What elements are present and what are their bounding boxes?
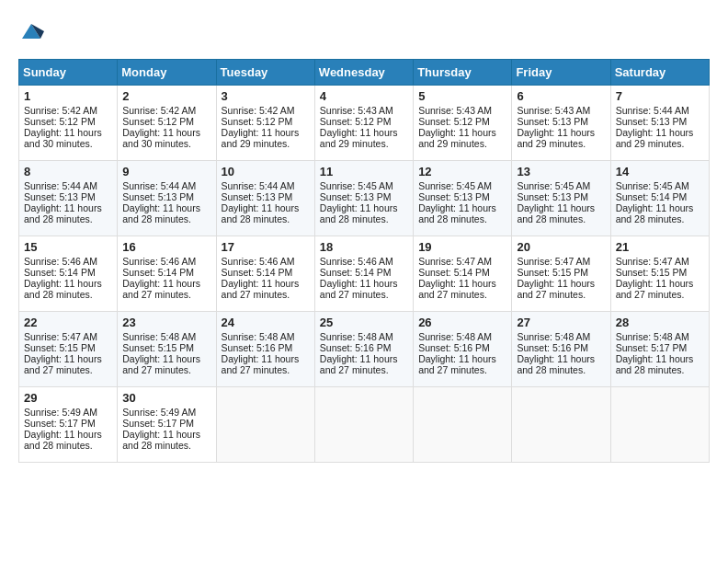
calendar-cell: 19Sunrise: 5:47 AMSunset: 5:14 PMDayligh… <box>414 236 512 312</box>
calendar-cell: 23Sunrise: 5:48 AMSunset: 5:15 PMDayligh… <box>118 312 216 387</box>
sunrise-label: Sunrise: 5:42 AM <box>122 105 196 116</box>
sunset-label: Sunset: 5:14 PM <box>320 267 392 278</box>
sunrise-label: Sunrise: 5:49 AM <box>24 407 97 418</box>
calendar-cell: 11Sunrise: 5:45 AMSunset: 5:13 PMDayligh… <box>314 161 413 236</box>
logo-icon <box>18 18 44 44</box>
page-header <box>18 18 710 44</box>
sunrise-label: Sunrise: 5:43 AM <box>418 105 492 116</box>
sunset-label: Sunset: 5:13 PM <box>320 191 392 202</box>
day-number: 13 <box>517 165 605 178</box>
logo <box>18 18 48 44</box>
sunrise-label: Sunrise: 5:42 AM <box>222 105 295 116</box>
sunrise-label: Sunrise: 5:48 AM <box>320 331 393 342</box>
daylight-label: Daylight: 11 hours and 28 minutes. <box>122 202 200 224</box>
calendar-cell: 12Sunrise: 5:45 AMSunset: 5:13 PMDayligh… <box>414 161 512 236</box>
daylight-label: Daylight: 11 hours and 28 minutes. <box>24 429 102 451</box>
day-number: 12 <box>418 165 506 178</box>
calendar-cell: 18Sunrise: 5:46 AMSunset: 5:14 PMDayligh… <box>314 236 413 312</box>
calendar-week-2: 8Sunrise: 5:44 AMSunset: 5:13 PMDaylight… <box>19 161 710 236</box>
calendar-header-row: SundayMondayTuesdayWednesdayThursdayFrid… <box>19 60 710 86</box>
sunset-label: Sunset: 5:14 PM <box>122 267 194 278</box>
day-number: 24 <box>222 316 310 329</box>
sunset-label: Sunset: 5:15 PM <box>122 342 194 353</box>
sunrise-label: Sunrise: 5:48 AM <box>418 331 492 342</box>
sunset-label: Sunset: 5:14 PM <box>24 267 96 278</box>
daylight-label: Daylight: 11 hours and 27 minutes. <box>418 278 496 300</box>
sunset-label: Sunset: 5:12 PM <box>222 116 293 127</box>
calendar-cell: 26Sunrise: 5:48 AMSunset: 5:16 PMDayligh… <box>414 312 512 387</box>
sunrise-label: Sunrise: 5:44 AM <box>616 105 689 116</box>
daylight-label: Daylight: 11 hours and 27 minutes. <box>122 353 200 375</box>
calendar-cell <box>414 387 512 463</box>
day-header-monday: Monday <box>118 60 216 86</box>
sunset-label: Sunset: 5:12 PM <box>122 116 194 127</box>
day-header-saturday: Saturday <box>610 60 709 86</box>
day-number: 26 <box>418 316 506 329</box>
sunrise-label: Sunrise: 5:45 AM <box>320 180 393 191</box>
day-number: 6 <box>517 89 605 103</box>
day-number: 28 <box>616 316 704 329</box>
calendar-week-3: 15Sunrise: 5:46 AMSunset: 5:14 PMDayligh… <box>19 236 710 312</box>
calendar-cell: 17Sunrise: 5:46 AMSunset: 5:14 PMDayligh… <box>216 236 314 312</box>
day-header-wednesday: Wednesday <box>314 60 413 86</box>
daylight-label: Daylight: 11 hours and 27 minutes. <box>24 353 102 375</box>
day-number: 3 <box>222 89 310 103</box>
sunset-label: Sunset: 5:13 PM <box>24 191 96 202</box>
calendar-table: SundayMondayTuesdayWednesdayThursdayFrid… <box>18 59 710 463</box>
calendar-cell <box>512 387 610 463</box>
sunset-label: Sunset: 5:14 PM <box>616 191 688 202</box>
daylight-label: Daylight: 11 hours and 29 minutes. <box>418 127 496 149</box>
calendar-cell: 22Sunrise: 5:47 AMSunset: 5:15 PMDayligh… <box>19 312 118 387</box>
day-number: 2 <box>122 89 210 103</box>
calendar-cell: 21Sunrise: 5:47 AMSunset: 5:15 PMDayligh… <box>610 236 709 312</box>
day-number: 4 <box>320 89 408 103</box>
sunrise-label: Sunrise: 5:44 AM <box>222 180 295 191</box>
day-number: 1 <box>24 89 112 103</box>
calendar-cell: 16Sunrise: 5:46 AMSunset: 5:14 PMDayligh… <box>118 236 216 312</box>
day-number: 7 <box>616 89 704 103</box>
calendar-cell: 3Sunrise: 5:42 AMSunset: 5:12 PMDaylight… <box>216 86 314 161</box>
calendar-cell: 28Sunrise: 5:48 AMSunset: 5:17 PMDayligh… <box>610 312 709 387</box>
daylight-label: Daylight: 11 hours and 28 minutes. <box>320 202 398 224</box>
day-number: 15 <box>24 240 112 254</box>
day-number: 23 <box>122 316 210 329</box>
day-number: 27 <box>517 316 605 329</box>
day-number: 20 <box>517 240 605 254</box>
daylight-label: Daylight: 11 hours and 28 minutes. <box>517 353 595 375</box>
calendar-cell <box>216 387 314 463</box>
daylight-label: Daylight: 11 hours and 27 minutes. <box>616 278 694 300</box>
calendar-cell: 27Sunrise: 5:48 AMSunset: 5:16 PMDayligh… <box>512 312 610 387</box>
day-number: 30 <box>122 391 210 405</box>
calendar-cell: 14Sunrise: 5:45 AMSunset: 5:14 PMDayligh… <box>610 161 709 236</box>
calendar-cell: 7Sunrise: 5:44 AMSunset: 5:13 PMDaylight… <box>610 86 709 161</box>
calendar-cell: 6Sunrise: 5:43 AMSunset: 5:13 PMDaylight… <box>512 86 610 161</box>
daylight-label: Daylight: 11 hours and 29 minutes. <box>320 127 398 149</box>
day-number: 8 <box>24 165 112 178</box>
calendar-cell: 29Sunrise: 5:49 AMSunset: 5:17 PMDayligh… <box>19 387 118 463</box>
calendar-cell: 20Sunrise: 5:47 AMSunset: 5:15 PMDayligh… <box>512 236 610 312</box>
sunrise-label: Sunrise: 5:48 AM <box>222 331 295 342</box>
day-number: 10 <box>222 165 310 178</box>
sunrise-label: Sunrise: 5:42 AM <box>24 105 97 116</box>
sunset-label: Sunset: 5:12 PM <box>320 116 392 127</box>
sunrise-label: Sunrise: 5:46 AM <box>122 256 196 267</box>
sunset-label: Sunset: 5:17 PM <box>616 342 688 353</box>
sunset-label: Sunset: 5:15 PM <box>616 267 688 278</box>
sunset-label: Sunset: 5:16 PM <box>320 342 392 353</box>
sunset-label: Sunset: 5:13 PM <box>517 116 588 127</box>
sunrise-label: Sunrise: 5:44 AM <box>24 180 97 191</box>
day-number: 16 <box>122 240 210 254</box>
sunset-label: Sunset: 5:15 PM <box>24 342 96 353</box>
sunrise-label: Sunrise: 5:44 AM <box>122 180 196 191</box>
day-number: 19 <box>418 240 506 254</box>
sunrise-label: Sunrise: 5:43 AM <box>517 105 590 116</box>
sunrise-label: Sunrise: 5:43 AM <box>320 105 393 116</box>
sunrise-label: Sunrise: 5:45 AM <box>517 180 590 191</box>
daylight-label: Daylight: 11 hours and 28 minutes. <box>616 353 694 375</box>
daylight-label: Daylight: 11 hours and 27 minutes. <box>222 353 300 375</box>
sunset-label: Sunset: 5:17 PM <box>122 418 194 429</box>
sunset-label: Sunset: 5:13 PM <box>616 116 688 127</box>
day-number: 22 <box>24 316 112 329</box>
calendar-cell: 2Sunrise: 5:42 AMSunset: 5:12 PMDaylight… <box>118 86 216 161</box>
sunset-label: Sunset: 5:16 PM <box>517 342 588 353</box>
